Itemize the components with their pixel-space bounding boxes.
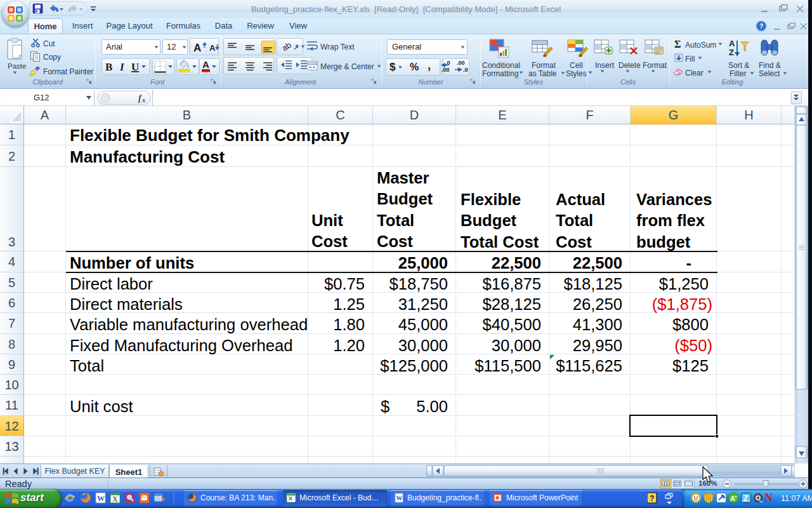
svg-text:Z: Z xyxy=(729,48,734,57)
svg-text:X: X xyxy=(289,495,293,502)
svg-text:A: A xyxy=(209,43,216,53)
svg-text:U: U xyxy=(131,61,139,73)
svg-text:+: + xyxy=(735,494,738,500)
svg-text:A: A xyxy=(193,42,201,54)
svg-text:?: ? xyxy=(650,494,654,503)
svg-text:%: % xyxy=(410,62,419,72)
svg-text:.0: .0 xyxy=(445,60,450,66)
svg-text:W: W xyxy=(396,495,403,502)
svg-text:A: A xyxy=(729,39,735,48)
svg-text:x: x xyxy=(141,97,145,104)
svg-text:Z: Z xyxy=(743,493,749,503)
svg-text:,: , xyxy=(428,60,431,72)
svg-text:I: I xyxy=(119,61,125,73)
svg-text:A: A xyxy=(202,59,209,70)
svg-text:B: B xyxy=(105,61,112,73)
svg-text:X: X xyxy=(112,495,118,504)
svg-text:.0: .0 xyxy=(463,67,468,73)
svg-text:$: $ xyxy=(390,61,396,73)
svg-text:Σ: Σ xyxy=(674,39,681,49)
svg-text:N: N xyxy=(764,491,773,504)
svg-text:.00: .00 xyxy=(457,60,465,66)
svg-text:.00: .00 xyxy=(442,67,450,73)
svg-text:W: W xyxy=(97,494,105,503)
svg-text:?: ? xyxy=(759,22,764,30)
svg-text:ab: ab xyxy=(282,40,293,53)
